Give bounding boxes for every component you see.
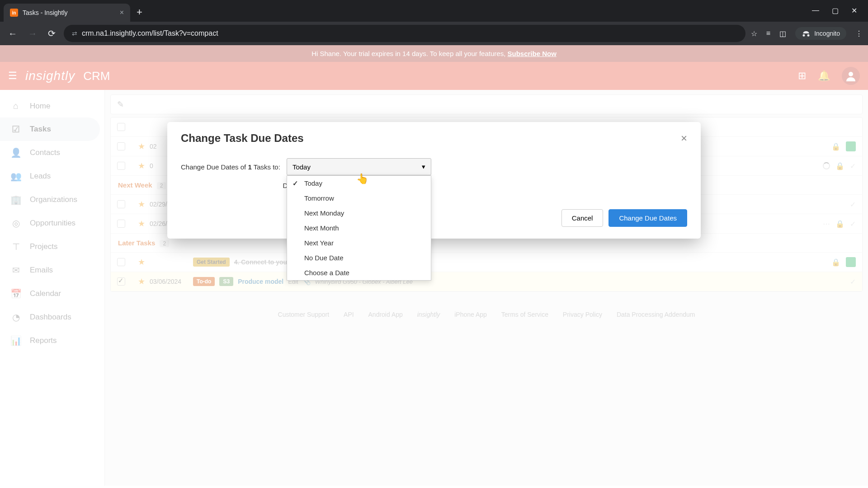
favicon-icon: in [10, 9, 18, 17]
url-text: crm.na1.insightly.com/list/Task?v=compac… [82, 29, 218, 38]
cursor-icon: 👆 [356, 173, 368, 185]
dropdown-option-choose-date[interactable]: Choose a Date [287, 265, 431, 280]
app-viewport: Hi Shane. Your trial expires in 14 days.… [0, 45, 868, 488]
dropdown-selected: Today [292, 163, 311, 171]
close-window-icon[interactable]: ✕ [851, 6, 857, 15]
close-tab-icon[interactable]: × [120, 9, 124, 17]
bookmark-icon[interactable]: ☆ [751, 29, 757, 38]
cancel-button[interactable]: Cancel [561, 209, 604, 227]
modal-title: Change Task Due Dates [181, 132, 304, 145]
browser-tab[interactable]: in Tasks - Insightly × [4, 4, 130, 22]
reading-list-icon[interactable]: ≡ [766, 29, 770, 38]
incognito-label: Incognito [814, 30, 840, 37]
label-suffix: Tasks to: [252, 163, 280, 171]
label-prefix: Change Due Dates of [181, 163, 248, 171]
change-due-dates-button[interactable]: Change Due Dates [609, 209, 687, 227]
site-settings-icon[interactable]: ⇄ [72, 30, 77, 37]
window-controls: — ▢ ✕ [801, 0, 868, 21]
tab-bar: in Tasks - Insightly × + — ▢ ✕ [0, 0, 868, 22]
browser-menu-icon[interactable]: ⋮ [855, 29, 863, 38]
side-panel-icon[interactable]: ◫ [779, 29, 786, 38]
modal-body: Change Due Dates of 1 Tasks to: Today ▾ … [167, 149, 701, 209]
modal-footer: Cancel Change Due Dates [167, 209, 701, 239]
modal-backdrop[interactable] [0, 45, 868, 488]
browser-chrome: in Tasks - Insightly × + — ▢ ✕ ← → ⟳ ⇄ c… [0, 0, 868, 45]
tab-title: Tasks - Insightly [23, 9, 115, 16]
dropdown-option-no-due-date[interactable]: No Due Date [287, 250, 431, 265]
dropdown-menu: Today Tomorrow Next Monday Next Month Ne… [287, 175, 431, 281]
form-row: Due dat [181, 182, 687, 189]
dropdown-option-tomorrow[interactable]: Tomorrow [287, 191, 431, 206]
change-label: Change Due Dates of 1 Tasks to: [181, 163, 280, 171]
address-bar: ← → ⟳ ⇄ crm.na1.insightly.com/list/Task?… [0, 22, 868, 45]
incognito-icon [802, 30, 811, 37]
dropdown-option-next-year[interactable]: Next Year [287, 235, 431, 250]
incognito-badge[interactable]: Incognito [795, 27, 846, 40]
url-input[interactable]: ⇄ crm.na1.insightly.com/list/Task?v=comp… [64, 25, 745, 42]
back-button[interactable]: ← [5, 26, 20, 42]
maximize-icon[interactable]: ▢ [832, 6, 839, 15]
dropdown-option-next-month[interactable]: Next Month [287, 221, 431, 235]
minimize-icon[interactable]: — [812, 6, 819, 15]
dropdown-option-next-monday[interactable]: Next Monday [287, 206, 431, 221]
close-modal-icon[interactable]: × [681, 132, 687, 145]
form-row: Change Due Dates of 1 Tasks to: Today ▾ … [181, 158, 687, 175]
task-count: 1 [248, 163, 251, 171]
reload-button[interactable]: ⟳ [45, 25, 58, 42]
new-tab-button[interactable]: + [132, 6, 147, 18]
forward-button[interactable]: → [25, 26, 40, 42]
chevron-down-icon: ▾ [422, 163, 425, 171]
change-due-dates-modal: Change Task Due Dates × Change Due Dates… [167, 122, 701, 239]
modal-header: Change Task Due Dates × [167, 122, 701, 149]
